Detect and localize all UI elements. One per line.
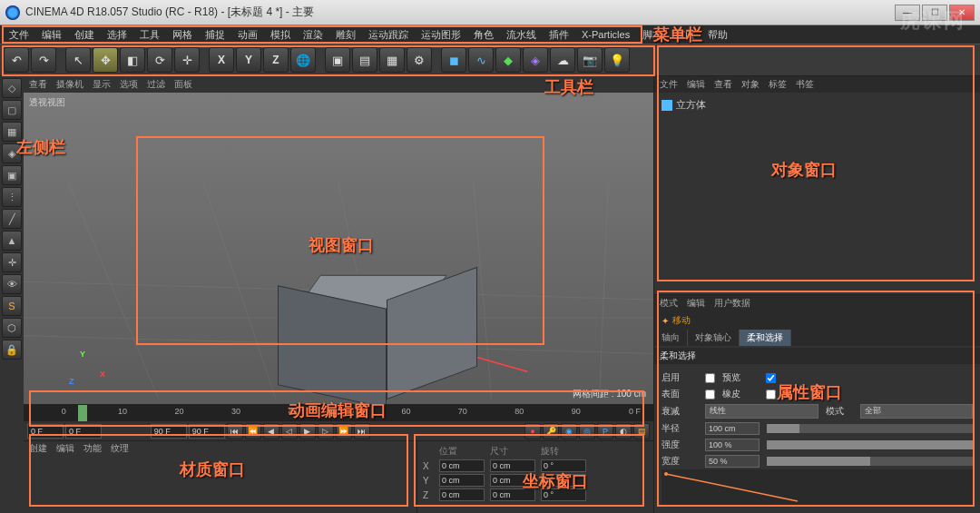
prev-frame-button[interactable]: ◀ [263, 423, 279, 439]
menu-plugins[interactable]: 插件 [544, 26, 574, 44]
lock-button[interactable]: 🔒 [2, 340, 22, 360]
x-axis-lock[interactable]: X [209, 47, 234, 73]
viewmenu-view[interactable]: 查看 [29, 78, 47, 91]
snap-button[interactable]: S [2, 296, 22, 316]
texture-axis-button[interactable]: ◈ [2, 143, 22, 163]
prev-key-button[interactable]: ⏪ [245, 423, 261, 439]
point-mode-button[interactable]: ⋮ [2, 187, 22, 207]
obj-objects[interactable]: 对象 [741, 78, 760, 91]
menu-animate[interactable]: 动画 [232, 26, 263, 44]
viewmenu-panel[interactable]: 面板 [174, 78, 192, 91]
obj-file[interactable]: 文件 [660, 78, 678, 91]
surface-checkbox[interactable] [705, 390, 715, 400]
size-x-field[interactable] [490, 459, 535, 472]
menu-xparticles[interactable]: X-Particles [576, 27, 635, 42]
menu-create[interactable]: 创建 [69, 26, 100, 44]
key-scale-button[interactable]: ◎ [579, 423, 595, 439]
render-picture-button[interactable]: ▦ [379, 47, 405, 73]
autokey-button[interactable]: 🔑 [543, 423, 559, 439]
tab-axis[interactable]: 轴向 [654, 330, 688, 346]
menu-sculpt[interactable]: 雕刻 [330, 26, 361, 44]
end-frame-field[interactable] [151, 424, 187, 439]
play-back-button[interactable]: ◁ [281, 423, 298, 439]
menu-script[interactable]: 脚本 [637, 26, 668, 44]
next-key-button[interactable]: ⏩ [336, 423, 352, 439]
menu-mesh[interactable]: 网格 [167, 26, 198, 44]
obj-view[interactable]: 查看 [714, 78, 732, 91]
rotate-tool[interactable]: ⟳ [147, 47, 172, 73]
obj-tags[interactable]: 标签 [769, 78, 787, 91]
maximize-button[interactable]: ☐ [922, 5, 947, 21]
menu-select[interactable]: 选择 [102, 26, 132, 44]
rot-h-field[interactable] [541, 459, 586, 472]
y-axis-lock[interactable]: Y [236, 47, 261, 73]
strength-slider[interactable] [767, 440, 973, 449]
menu-snap[interactable]: 捕捉 [200, 26, 230, 44]
dopesheet-button[interactable]: ▤ [633, 423, 650, 439]
select-tool[interactable]: ↖ [65, 47, 91, 73]
menu-file[interactable]: 文件 [4, 26, 34, 44]
menu-character[interactable]: 角色 [468, 26, 499, 44]
strength-field[interactable] [705, 439, 760, 451]
coord-system[interactable]: 🌐 [290, 47, 316, 73]
minimize-button[interactable]: — [895, 5, 920, 21]
scale-tool[interactable]: ◧ [120, 47, 145, 73]
object-tree[interactable]: 立方体 [654, 93, 980, 117]
end2-frame-field[interactable] [189, 424, 225, 439]
key-pos-button[interactable]: ◉ [561, 423, 577, 439]
last-tool[interactable]: ✛ [174, 47, 200, 73]
radius-slider[interactable] [767, 424, 973, 433]
enable-checkbox[interactable] [705, 373, 715, 383]
attr-userdata[interactable]: 用户数据 [714, 297, 750, 310]
mat-texture[interactable]: 纹理 [111, 442, 129, 455]
width-field[interactable] [705, 455, 760, 468]
radius-field[interactable] [705, 422, 760, 435]
next-frame-button[interactable]: ▷ [318, 423, 334, 439]
undo-button[interactable]: ↶ [4, 47, 29, 73]
generator-button[interactable]: ◆ [495, 47, 521, 73]
cube-primitive-button[interactable]: ◼ [441, 47, 466, 73]
width-slider[interactable] [767, 457, 973, 466]
viewmenu-camera[interactable]: 摄像机 [56, 78, 83, 91]
time-marker[interactable] [78, 405, 87, 421]
viewport-solo-button[interactable]: 👁 [2, 274, 22, 294]
redo-button[interactable]: ↷ [31, 47, 56, 73]
tab-object-axis[interactable]: 对象轴心 [688, 330, 740, 346]
viewport[interactable]: 透视视图 Y [24, 93, 653, 404]
menu-tracking[interactable]: 运动跟踪 [363, 26, 414, 44]
z-axis-lock[interactable]: Z [263, 47, 289, 73]
camera-button[interactable]: 📷 [577, 47, 603, 73]
enable-axis-button[interactable]: ✛ [2, 252, 22, 272]
mat-func[interactable]: 功能 [83, 442, 102, 455]
time-track[interactable]: 0 10 20 30 40 50 60 70 80 90 0 F [24, 405, 653, 421]
attr-edit[interactable]: 编辑 [687, 297, 705, 310]
falloff-curve[interactable] [662, 469, 973, 506]
pos-x-field[interactable] [439, 459, 485, 472]
pos-z-field[interactable] [439, 488, 485, 501]
pos-y-field[interactable] [439, 474, 485, 487]
falloff-select[interactable]: 线性 [705, 404, 818, 419]
spline-button[interactable]: ∿ [468, 47, 494, 73]
goto-end-button[interactable]: ⏭ [354, 423, 370, 439]
mat-create[interactable]: 创建 [29, 442, 47, 455]
environment-button[interactable]: ☁ [550, 47, 575, 73]
size-y-field[interactable] [490, 474, 535, 487]
rot-b-field[interactable] [541, 488, 586, 501]
preview-checkbox[interactable] [766, 373, 776, 383]
menu-edit[interactable]: 编辑 [36, 26, 67, 44]
edge-mode-button[interactable]: ╱ [2, 209, 22, 229]
model-mode-button[interactable]: ▢ [2, 100, 22, 120]
mode-select[interactable]: 全部 [860, 404, 974, 419]
key-param-button[interactable]: ◐ [615, 423, 632, 439]
attr-mode[interactable]: 模式 [660, 297, 678, 310]
menu-render[interactable]: 渲染 [298, 26, 328, 44]
viewmenu-options[interactable]: 选项 [120, 78, 138, 91]
menu-tools[interactable]: 工具 [134, 26, 165, 44]
menu-mograph[interactable]: 运动图形 [416, 26, 466, 44]
viewmenu-display[interactable]: 显示 [93, 78, 111, 91]
workplane-button[interactable]: ⬡ [2, 318, 22, 338]
move-tool[interactable]: ✥ [93, 47, 118, 73]
current-frame-field[interactable] [65, 424, 102, 439]
menu-window[interactable]: 窗口 [670, 26, 701, 44]
rot-p-field[interactable] [541, 474, 586, 487]
